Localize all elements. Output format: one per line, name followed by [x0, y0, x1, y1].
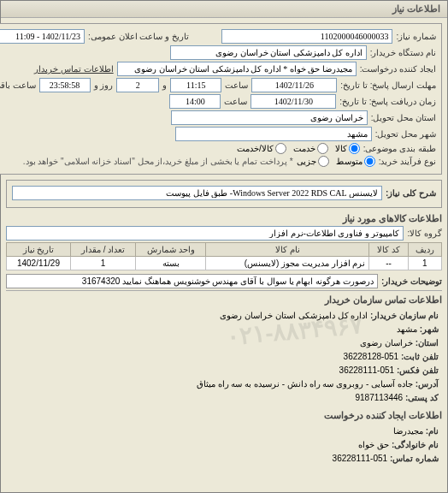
cat-service-radio[interactable]: [317, 143, 328, 154]
table-header-row: ردیف کد کالا نام کالا واحد شمارش تعداد /…: [7, 243, 442, 257]
goods-group-label: گروه کالا:: [407, 229, 442, 238]
td-qty: 1: [70, 257, 135, 270]
org-contact-block: نام سازمان خریدار: اداره کل دامپزشکی است…: [6, 307, 442, 407]
td-date: 1402/11/29: [7, 257, 71, 270]
th-date: تاریخ نیاز: [7, 243, 71, 257]
city-label: شهر محل تحویل:: [375, 129, 436, 139]
cat-service-label: خدمت: [293, 144, 315, 153]
need-no-label: شماره نیاز:: [396, 32, 436, 41]
cat-goods-label: کالا: [335, 144, 347, 153]
cat-goods-option[interactable]: کالا: [335, 143, 360, 154]
content-area: شماره نیاز: تاریخ و ساعت اعلان عمومی: نا…: [1, 18, 447, 472]
rc-name-label: نام:: [426, 426, 439, 436]
time-label-2: ساعت: [224, 97, 247, 106]
pt-medium-option[interactable]: متوسط: [336, 156, 375, 167]
need-desc-group: شرح کلی نیاز:: [6, 180, 442, 208]
buyer-org-input[interactable]: [170, 45, 367, 60]
th-code: کد کالا: [369, 243, 408, 257]
org-fax-label: تلفن فکس:: [397, 365, 439, 375]
cat-both-label: کالا/خدمت: [237, 144, 274, 153]
pt-minor-radio[interactable]: [318, 156, 329, 167]
rc-family-value: حق خواه: [358, 440, 389, 449]
announce-label: تاریخ و ساعت اعلان عمومی:: [88, 32, 189, 41]
td-code: --: [369, 257, 408, 270]
buyer-notes-label: توضیحات خریدار:: [381, 276, 442, 286]
th-name: نام کالا: [206, 243, 369, 257]
th-unit: واحد شمارش: [136, 243, 206, 257]
need-desc-input[interactable]: [12, 186, 382, 200]
td-unit: بسته: [136, 257, 206, 270]
th-row: ردیف: [408, 243, 441, 257]
rc-name-value: مجیدرضا: [393, 426, 423, 436]
category-radio-group: کالا خدمت کالا/خدمت: [237, 143, 360, 154]
pt-medium-label: متوسط: [336, 157, 363, 166]
hms-remain-input[interactable]: [39, 78, 91, 92]
province-label: استان محل تحویل:: [371, 113, 436, 122]
announce-input[interactable]: [0, 29, 85, 44]
org-province-label: استان:: [416, 338, 439, 347]
deadline-label: مهلت ارسال پاسخ: تا تاریخ:: [340, 80, 436, 90]
org-tel-value: 051-36228128: [344, 352, 399, 361]
purchase-type-radio-group: متوسط جزیی: [297, 156, 375, 167]
goods-header: اطلاعات کالاهای مورد نیاز: [6, 213, 442, 224]
cat-both-option[interactable]: کالا/خدمت: [237, 143, 286, 154]
city-input[interactable]: [175, 127, 372, 141]
need-no-input[interactable]: [221, 29, 392, 44]
table-row[interactable]: 1 -- نرم افزار مدیریت مجوز (لایسنس) بسته…: [7, 257, 442, 270]
goods-table: ردیف کد کالا نام کالا واحد شمارش تعداد /…: [6, 242, 442, 270]
main-window: اطلاعات نیاز شماره نیاز: تاریخ و ساعت اع…: [0, 0, 448, 493]
window-title: اطلاعات نیاز: [1, 1, 447, 18]
contact-link[interactable]: اطلاعات تماس خریدار: [34, 64, 114, 74]
receive-label: زمان دریافت پاسخ: تا تاریخ:: [339, 97, 436, 106]
goods-group-input[interactable]: [6, 226, 404, 241]
receive-date-input[interactable]: [251, 94, 336, 109]
pt-medium-radio[interactable]: [364, 156, 375, 167]
need-info-group: شماره نیاز: تاریخ و ساعت اعلان عمومی: نا…: [0, 23, 442, 175]
th-qty: تعداد / مقدار: [70, 243, 135, 257]
days-label: روز و: [94, 80, 114, 90]
org-name-label: نام سازمان خریدار:: [370, 311, 439, 320]
deadline-date-input[interactable]: [251, 78, 337, 92]
remain-label: ساعت باقی مانده: [0, 80, 36, 90]
req-creator-header: اطلاعات ایجاد کننده درخواست: [6, 410, 442, 421]
creator-label: ایجاد کننده درخواست:: [360, 64, 436, 74]
org-city-value: مشهد: [397, 324, 417, 334]
pt-minor-option[interactable]: جزیی: [297, 156, 329, 167]
pt-minor-label: جزیی: [297, 157, 316, 166]
org-name-value: اداره کل دامپزشکی استان خراسان رضوی: [220, 311, 368, 320]
days-remain-input[interactable]: [116, 78, 159, 92]
time-label-1: ساعت: [225, 80, 248, 90]
td-row: 1: [408, 257, 441, 270]
deadline-time-input[interactable]: [170, 78, 221, 92]
cat-both-radio[interactable]: [275, 143, 286, 154]
org-post-label: کد پستی:: [405, 393, 439, 402]
purchase-note: * پرداخت تمام یا بخشی از مبلغ خرید،از مح…: [23, 157, 293, 166]
buyer-org-label: نام دستگاه خریدار:: [370, 48, 436, 57]
receive-time-input[interactable]: [169, 94, 221, 109]
org-tel-label: تلفن ثابت:: [401, 352, 439, 361]
need-desc-label: شرح کلی نیاز:: [386, 188, 436, 198]
org-contact-header: اطلاعات تماس سازمان خریدار: [6, 294, 442, 306]
rc-family-label: نام خانوادگی:: [392, 440, 439, 449]
org-addr-label: آدرس:: [416, 379, 439, 389]
purchase-type-label: نوع فرآیند خرید:: [379, 157, 436, 166]
creator-input[interactable]: [117, 62, 357, 76]
and-label: و: [162, 80, 167, 90]
org-province-value: خراسان رضوی: [360, 338, 413, 347]
org-fax-value: 051-36228111: [339, 365, 395, 375]
rc-tel-value: 051-36228111: [333, 454, 388, 463]
category-label: طبقه بندی موضوعی:: [363, 144, 436, 153]
province-input[interactable]: [171, 110, 368, 125]
req-creator-block: نام: مجیدرضا نام خانوادگی: حق خواه شماره…: [6, 423, 442, 467]
org-city-label: شهر:: [420, 324, 439, 334]
rc-tel-label: شماره تماس:: [390, 454, 439, 463]
td-name: نرم افزار مدیریت مجوز (لایسنس): [206, 257, 369, 270]
org-addr-value: جاده آسیایی - روبروی سه راه دانش - نرسید…: [197, 379, 413, 389]
buyer-notes-box: درصورت هرگونه ابهام یا سوال با آقای مهند…: [6, 274, 378, 288]
cat-goods-radio[interactable]: [349, 143, 360, 154]
cat-service-option[interactable]: خدمت: [293, 143, 328, 154]
org-post-value: 9187113446: [355, 393, 403, 402]
